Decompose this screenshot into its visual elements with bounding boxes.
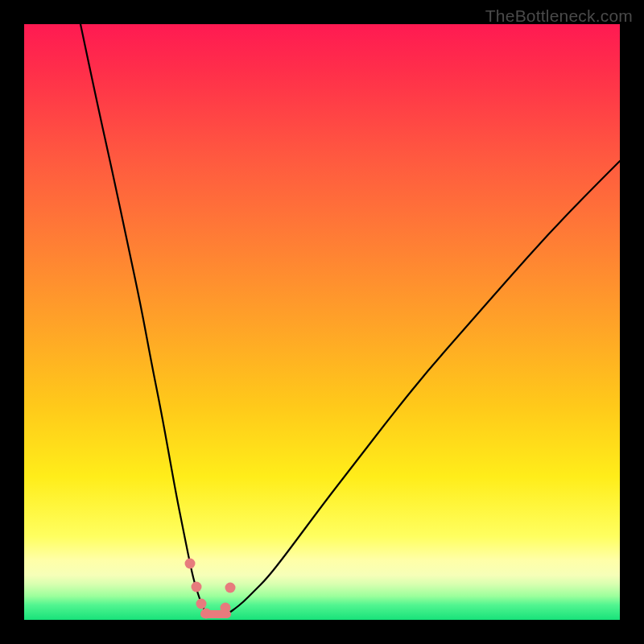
marker-dot — [192, 582, 202, 592]
plot-area — [24, 24, 620, 620]
marker-dot — [225, 583, 236, 593]
curve-right-branch — [225, 161, 620, 615]
marker-dot — [196, 599, 207, 609]
marker-dot — [185, 559, 196, 569]
curve-left-branch — [80, 24, 206, 613]
chart-frame: TheBottleneck.com — [0, 0, 644, 644]
marker-layer — [185, 559, 236, 619]
curve-svg — [24, 24, 620, 620]
watermark-text: TheBottleneck.com — [485, 6, 633, 26]
